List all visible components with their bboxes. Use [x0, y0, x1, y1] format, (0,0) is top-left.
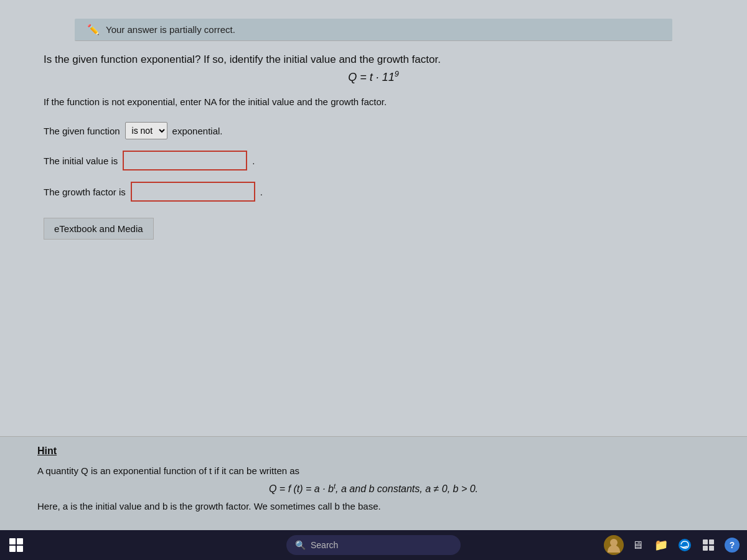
growth-factor-row: The growth factor is .: [44, 182, 703, 202]
pencil-icon: ✏️: [87, 24, 100, 35]
search-icon: 🔍: [295, 540, 306, 550]
taskbar-help-button[interactable]: ?: [722, 535, 742, 555]
banner-text: Your answer is partially correct.: [106, 24, 235, 35]
taskbar-folder-button[interactable]: 📁: [651, 535, 671, 555]
function-label: The given function: [44, 126, 120, 136]
monitor-icon: 🖥: [632, 539, 643, 552]
partial-correct-banner: ✏️ Your answer is partially correct.: [75, 19, 672, 41]
etextbook-media-link[interactable]: eTextbook and Media: [44, 218, 154, 240]
hint-paragraph1: A quantity Q is an exponential function …: [37, 465, 710, 476]
instruction-text: If the function is not exponential, ente…: [44, 96, 703, 107]
function-type-row: The given function is is not exponential…: [44, 122, 703, 139]
equation-display: Q = t · 119: [44, 70, 703, 84]
hint-link[interactable]: Hint: [37, 446, 710, 457]
equation-text: Q = t · 119: [348, 71, 399, 83]
growth-factor-period: .: [260, 187, 263, 197]
taskbar-right-icons: 🖥 📁 ?: [604, 535, 742, 555]
start-button[interactable]: [5, 534, 27, 556]
taskbar-browser-button[interactable]: [675, 535, 695, 555]
initial-value-period: .: [252, 156, 255, 166]
growth-factor-input[interactable]: [131, 182, 255, 202]
initial-value-row: The initial value is .: [44, 151, 703, 170]
taskbar: 🔍 Search 🖥 📁 ?: [0, 530, 747, 560]
user-avatar: [604, 535, 624, 555]
hint-equation-text: Q = f (t) = a · bt, a and b constants, a…: [269, 483, 478, 494]
search-label: Search: [311, 540, 338, 550]
initial-value-input[interactable]: [123, 151, 247, 170]
taskbar-avatar-button[interactable]: [604, 535, 624, 555]
initial-value-label: The initial value is: [44, 156, 118, 166]
hint-equation-display: Q = f (t) = a · bt, a and b constants, a…: [37, 482, 710, 495]
hint-content: A quantity Q is an exponential function …: [37, 465, 710, 511]
function-type-select[interactable]: is is not: [125, 122, 167, 139]
growth-factor-label: The growth factor is: [44, 187, 126, 197]
question-mark-icon: ?: [725, 538, 740, 553]
function-suffix: exponential.: [172, 126, 223, 136]
hint-section: Hint A quantity Q is an exponential func…: [0, 436, 747, 530]
hint-paragraph2: Here, a is the initial value and b is th…: [37, 501, 710, 511]
svg-point-0: [679, 539, 691, 551]
folder-icon: 📁: [654, 538, 668, 552]
taskbar-monitor-button[interactable]: 🖥: [627, 535, 647, 555]
windows-logo-icon: [9, 538, 23, 552]
question-main-text: Is the given function exponential? If so…: [44, 54, 703, 66]
main-content: ✏️ Your answer is partially correct. Is …: [0, 0, 747, 530]
edge-icon: [678, 538, 692, 552]
taskbar-search-bar[interactable]: 🔍 Search: [286, 535, 461, 555]
grid-icon: [703, 539, 714, 551]
question-area: ✏️ Your answer is partially correct. Is …: [0, 0, 747, 436]
taskbar-grid-button[interactable]: [698, 535, 718, 555]
